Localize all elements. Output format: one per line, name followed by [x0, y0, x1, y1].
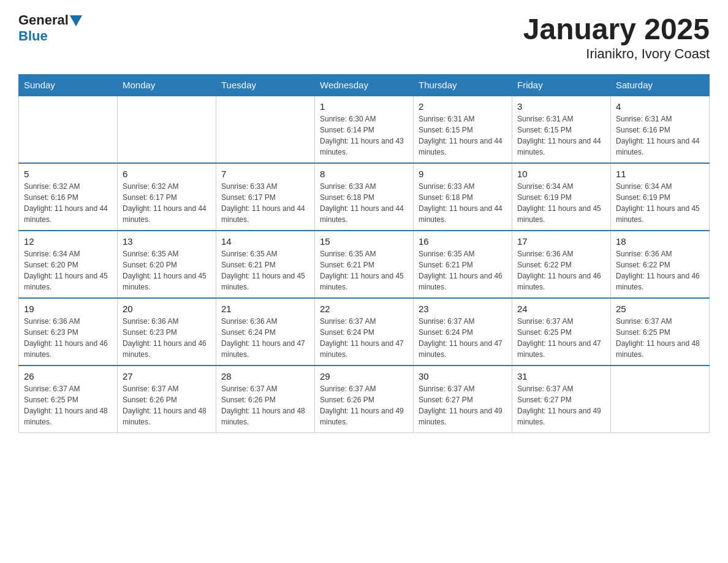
title-block: January 2025 Irianikro, Ivory Coast [523, 12, 710, 62]
logo-general-text: General [18, 12, 69, 28]
day-info: Sunrise: 6:32 AM Sunset: 6:16 PM Dayligh… [24, 181, 112, 225]
calendar-day-31: 31Sunrise: 6:37 AM Sunset: 6:27 PM Dayli… [512, 366, 611, 433]
day-number: 29 [320, 371, 408, 381]
calendar-day-16: 16Sunrise: 6:35 AM Sunset: 6:21 PM Dayli… [414, 231, 512, 298]
calendar-day-22: 22Sunrise: 6:37 AM Sunset: 6:24 PM Dayli… [315, 298, 414, 366]
calendar-day-2: 2Sunrise: 6:31 AM Sunset: 6:15 PM Daylig… [414, 96, 512, 163]
calendar-header-sunday: Sunday [19, 75, 118, 96]
day-number: 6 [123, 169, 211, 179]
day-number: 25 [616, 304, 704, 314]
calendar-day-30: 30Sunrise: 6:37 AM Sunset: 6:27 PM Dayli… [414, 366, 512, 433]
day-info: Sunrise: 6:33 AM Sunset: 6:18 PM Dayligh… [320, 181, 408, 225]
day-info: Sunrise: 6:35 AM Sunset: 6:20 PM Dayligh… [123, 248, 211, 293]
day-number: 24 [517, 304, 605, 314]
logo-blue-text: Blue [18, 28, 48, 44]
day-number: 21 [221, 304, 309, 314]
calendar-day-24: 24Sunrise: 6:37 AM Sunset: 6:25 PM Dayli… [512, 298, 611, 366]
day-info: Sunrise: 6:37 AM Sunset: 6:27 PM Dayligh… [419, 383, 507, 427]
day-number: 31 [517, 371, 605, 381]
calendar-day-7: 7Sunrise: 6:33 AM Sunset: 6:17 PM Daylig… [216, 163, 315, 231]
day-info: Sunrise: 6:37 AM Sunset: 6:26 PM Dayligh… [221, 383, 309, 427]
day-info: Sunrise: 6:37 AM Sunset: 6:26 PM Dayligh… [123, 383, 211, 427]
day-number: 20 [123, 304, 211, 314]
day-info: Sunrise: 6:37 AM Sunset: 6:25 PM Dayligh… [517, 316, 605, 360]
day-info: Sunrise: 6:35 AM Sunset: 6:21 PM Dayligh… [221, 248, 309, 293]
day-number: 7 [221, 169, 309, 179]
calendar-day-4: 4Sunrise: 6:31 AM Sunset: 6:16 PM Daylig… [611, 96, 710, 163]
page-title: January 2025 [523, 12, 710, 46]
logo-triangle-icon [70, 15, 82, 26]
calendar-week-4: 19Sunrise: 6:36 AM Sunset: 6:23 PM Dayli… [19, 298, 710, 366]
day-number: 19 [24, 304, 112, 314]
calendar-day-20: 20Sunrise: 6:36 AM Sunset: 6:23 PM Dayli… [118, 298, 216, 366]
calendar-header-monday: Monday [118, 75, 216, 96]
day-info: Sunrise: 6:37 AM Sunset: 6:27 PM Dayligh… [517, 383, 605, 427]
calendar-day-5: 5Sunrise: 6:32 AM Sunset: 6:16 PM Daylig… [19, 163, 118, 231]
calendar-week-1: 1Sunrise: 6:30 AM Sunset: 6:14 PM Daylig… [19, 96, 710, 163]
calendar-day-11: 11Sunrise: 6:34 AM Sunset: 6:19 PM Dayli… [611, 163, 710, 231]
day-info: Sunrise: 6:32 AM Sunset: 6:17 PM Dayligh… [123, 181, 211, 225]
day-info: Sunrise: 6:36 AM Sunset: 6:24 PM Dayligh… [221, 316, 309, 360]
calendar-day-empty-6 [611, 366, 710, 433]
calendar-day-9: 9Sunrise: 6:33 AM Sunset: 6:18 PM Daylig… [414, 163, 512, 231]
day-info: Sunrise: 6:34 AM Sunset: 6:19 PM Dayligh… [517, 181, 605, 225]
calendar-header-friday: Friday [512, 75, 611, 96]
day-info: Sunrise: 6:37 AM Sunset: 6:24 PM Dayligh… [419, 316, 507, 360]
calendar-day-1: 1Sunrise: 6:30 AM Sunset: 6:14 PM Daylig… [315, 96, 414, 163]
day-info: Sunrise: 6:36 AM Sunset: 6:23 PM Dayligh… [24, 316, 112, 360]
day-number: 28 [221, 371, 309, 381]
calendar-day-18: 18Sunrise: 6:36 AM Sunset: 6:22 PM Dayli… [611, 231, 710, 298]
calendar-day-6: 6Sunrise: 6:32 AM Sunset: 6:17 PM Daylig… [118, 163, 216, 231]
day-number: 1 [320, 101, 408, 112]
page-header: General Blue January 2025 Irianikro, Ivo… [18, 12, 710, 62]
calendar-header-tuesday: Tuesday [216, 75, 315, 96]
day-info: Sunrise: 6:37 AM Sunset: 6:25 PM Dayligh… [24, 383, 112, 427]
day-info: Sunrise: 6:34 AM Sunset: 6:19 PM Dayligh… [616, 181, 704, 225]
calendar-day-27: 27Sunrise: 6:37 AM Sunset: 6:26 PM Dayli… [118, 366, 216, 433]
day-number: 13 [123, 236, 211, 247]
day-number: 23 [419, 304, 507, 314]
day-info: Sunrise: 6:36 AM Sunset: 6:22 PM Dayligh… [616, 248, 704, 293]
calendar-day-3: 3Sunrise: 6:31 AM Sunset: 6:15 PM Daylig… [512, 96, 611, 163]
calendar-week-3: 12Sunrise: 6:34 AM Sunset: 6:20 PM Dayli… [19, 231, 710, 298]
calendar-day-empty-1 [118, 96, 216, 163]
calendar-day-empty-0 [19, 96, 118, 163]
day-number: 8 [320, 169, 408, 179]
day-info: Sunrise: 6:35 AM Sunset: 6:21 PM Dayligh… [419, 248, 507, 293]
day-info: Sunrise: 6:37 AM Sunset: 6:24 PM Dayligh… [320, 316, 408, 360]
calendar-day-19: 19Sunrise: 6:36 AM Sunset: 6:23 PM Dayli… [19, 298, 118, 366]
day-info: Sunrise: 6:36 AM Sunset: 6:22 PM Dayligh… [517, 248, 605, 293]
calendar-day-26: 26Sunrise: 6:37 AM Sunset: 6:25 PM Dayli… [19, 366, 118, 433]
calendar-week-5: 26Sunrise: 6:37 AM Sunset: 6:25 PM Dayli… [19, 366, 710, 433]
calendar-header-saturday: Saturday [611, 75, 710, 96]
calendar-day-12: 12Sunrise: 6:34 AM Sunset: 6:20 PM Dayli… [19, 231, 118, 298]
day-number: 5 [24, 169, 112, 179]
calendar-day-29: 29Sunrise: 6:37 AM Sunset: 6:26 PM Dayli… [315, 366, 414, 433]
calendar-day-23: 23Sunrise: 6:37 AM Sunset: 6:24 PM Dayli… [414, 298, 512, 366]
day-number: 27 [123, 371, 211, 381]
day-number: 14 [221, 236, 309, 247]
page-subtitle: Irianikro, Ivory Coast [523, 46, 710, 62]
calendar-day-13: 13Sunrise: 6:35 AM Sunset: 6:20 PM Dayli… [118, 231, 216, 298]
day-info: Sunrise: 6:36 AM Sunset: 6:23 PM Dayligh… [123, 316, 211, 360]
logo: General Blue [18, 12, 82, 44]
calendar-day-28: 28Sunrise: 6:37 AM Sunset: 6:26 PM Dayli… [216, 366, 315, 433]
day-number: 2 [419, 101, 507, 112]
day-info: Sunrise: 6:35 AM Sunset: 6:21 PM Dayligh… [320, 248, 408, 293]
day-info: Sunrise: 6:34 AM Sunset: 6:20 PM Dayligh… [24, 248, 112, 293]
day-number: 3 [517, 101, 605, 112]
calendar-header-row: SundayMondayTuesdayWednesdayThursdayFrid… [19, 75, 710, 96]
day-info: Sunrise: 6:31 AM Sunset: 6:16 PM Dayligh… [616, 113, 704, 158]
day-number: 9 [419, 169, 507, 179]
day-info: Sunrise: 6:33 AM Sunset: 6:17 PM Dayligh… [221, 181, 309, 225]
day-number: 17 [517, 236, 605, 247]
day-info: Sunrise: 6:31 AM Sunset: 6:15 PM Dayligh… [517, 113, 605, 158]
calendar-day-empty-2 [216, 96, 315, 163]
calendar-day-10: 10Sunrise: 6:34 AM Sunset: 6:19 PM Dayli… [512, 163, 611, 231]
day-number: 18 [616, 236, 704, 247]
day-number: 16 [419, 236, 507, 247]
day-info: Sunrise: 6:33 AM Sunset: 6:18 PM Dayligh… [419, 181, 507, 225]
day-number: 12 [24, 236, 112, 247]
day-info: Sunrise: 6:37 AM Sunset: 6:25 PM Dayligh… [616, 316, 704, 360]
calendar-day-25: 25Sunrise: 6:37 AM Sunset: 6:25 PM Dayli… [611, 298, 710, 366]
